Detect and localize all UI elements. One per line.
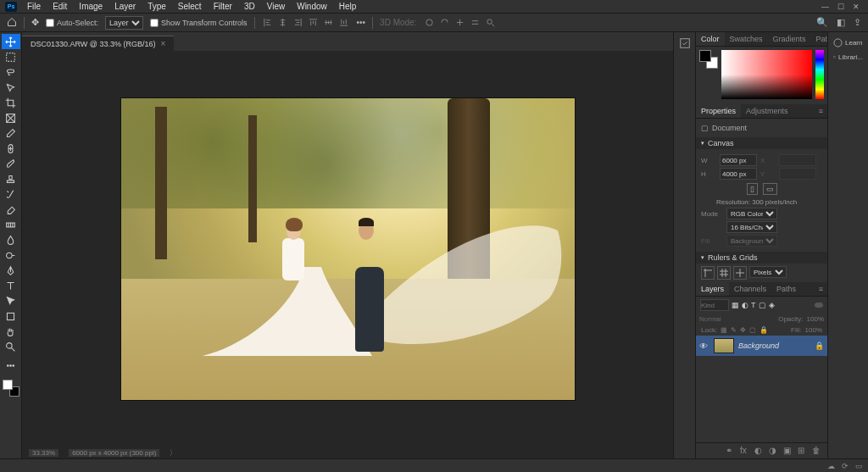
lasso-tool[interactable] (2, 64, 20, 80)
fill-opacity-value[interactable]: 100% (805, 326, 822, 334)
filter-toggle[interactable] (815, 303, 823, 308)
path-select-tool[interactable] (2, 293, 20, 308)
filter-smart-icon[interactable]: ◈ (769, 301, 775, 309)
zoom-level[interactable]: 33.33% (29, 449, 58, 457)
tab-adjustments[interactable]: Adjustments (741, 104, 793, 118)
ruler-units-dropdown[interactable]: Pixels (749, 266, 787, 278)
menu-window[interactable]: Window (292, 1, 332, 12)
move-tool[interactable] (2, 34, 20, 49)
tab-properties[interactable]: Properties (696, 104, 741, 118)
filter-pixel-icon[interactable]: ▦ (732, 301, 739, 309)
filter-adjust-icon[interactable]: ◐ (742, 301, 748, 309)
layer-style-icon[interactable]: fx (740, 446, 750, 456)
menu-file[interactable]: File (22, 1, 46, 12)
menu-filter[interactable]: Filter (209, 1, 237, 12)
document-tab[interactable]: DSC01330.ARW @ 33.3% (RGB/16) × (22, 36, 174, 51)
auto-select-checkbox[interactable]: Auto-Select: (46, 19, 98, 27)
brush-tool[interactable] (2, 156, 20, 171)
align-bottom-icon[interactable] (338, 17, 350, 29)
tab-paths[interactable]: Paths (771, 282, 801, 296)
x-input[interactable] (779, 154, 816, 166)
3d-orbit-icon[interactable] (423, 17, 435, 29)
shape-tool[interactable] (2, 308, 20, 324)
rulers-section-header[interactable]: Rulers & Grids (696, 252, 827, 264)
delete-layer-icon[interactable]: 🗑 (812, 446, 822, 456)
quick-select-tool[interactable] (2, 80, 20, 95)
width-input[interactable] (720, 154, 757, 166)
3d-slide-icon[interactable] (469, 17, 481, 29)
visibility-icon[interactable]: 👁 (699, 342, 709, 351)
3d-roll-icon[interactable] (438, 17, 450, 29)
tab-swatches[interactable]: Swatches (725, 32, 768, 46)
dodge-tool[interactable] (2, 247, 20, 263)
minimize-icon[interactable]: — (821, 3, 829, 11)
workspace-icon[interactable]: ◧ (837, 17, 845, 28)
menu-edit[interactable]: Edit (47, 1, 72, 12)
panel-menu-icon[interactable]: ≡ (815, 104, 827, 118)
zoom-tool[interactable] (2, 339, 20, 354)
auto-select-dropdown[interactable]: Layer (105, 16, 143, 30)
grid-icon[interactable] (717, 266, 731, 280)
color-panel-swatch[interactable] (699, 50, 718, 69)
landscape-icon[interactable]: ▭ (763, 183, 777, 195)
status-arrow-icon[interactable]: 〉 (170, 448, 176, 458)
lock-artboard-icon[interactable]: ▢ (749, 326, 756, 334)
crop-tool[interactable] (2, 95, 20, 110)
filter-shape-icon[interactable]: ▢ (759, 301, 766, 309)
tab-layers[interactable]: Layers (696, 282, 729, 296)
lock-position-icon[interactable]: ✥ (740, 326, 746, 334)
share-icon[interactable]: ⇪ (854, 17, 861, 28)
maximize-icon[interactable]: ☐ (837, 3, 844, 11)
color-swatches[interactable] (3, 380, 19, 397)
menu-3d[interactable]: 3D (239, 1, 260, 12)
3d-zoom-icon[interactable] (484, 17, 496, 29)
layer-filter-input[interactable] (700, 299, 729, 311)
canvas[interactable] (22, 51, 673, 447)
link-layers-icon[interactable]: ⚭ (726, 446, 736, 456)
hue-slider[interactable] (815, 50, 824, 99)
home-icon[interactable] (7, 17, 17, 29)
panel-menu-icon[interactable]: ≡ (815, 282, 827, 296)
footer-sync-icon[interactable]: ⟳ (842, 462, 849, 470)
opacity-value[interactable]: 100% (807, 315, 824, 323)
color-mode-dropdown[interactable]: RGB Color (726, 208, 777, 219)
eyedropper-tool[interactable] (2, 125, 20, 141)
lock-paint-icon[interactable]: ✎ (731, 326, 737, 334)
more-icon[interactable]: ••• (357, 18, 366, 27)
3d-pan-icon[interactable] (453, 17, 465, 29)
bit-depth-dropdown[interactable]: 16 Bits/Channel (726, 221, 777, 233)
color-picker-field[interactable] (721, 50, 812, 99)
frame-tool[interactable] (2, 110, 20, 125)
type-tool[interactable] (2, 278, 20, 293)
layer-name[interactable]: Background (738, 342, 810, 350)
align-left-icon[interactable] (262, 17, 274, 29)
search-icon[interactable]: 🔍 (816, 17, 828, 28)
edit-toolbar-icon[interactable] (2, 358, 20, 373)
group-icon[interactable]: ▣ (783, 446, 793, 456)
portrait-icon[interactable]: ▯ (747, 183, 758, 195)
menu-select[interactable]: Select (173, 1, 207, 12)
fill-dropdown[interactable]: Background Color (726, 235, 777, 247)
foreground-color-swatch[interactable] (3, 380, 13, 390)
doc-info[interactable]: 6000 px x 4000 px (300 ppi) (69, 449, 159, 457)
menu-help[interactable]: Help (334, 1, 362, 12)
learn-button[interactable]: Learn (832, 36, 865, 50)
history-brush-tool[interactable] (2, 186, 20, 202)
pen-tool[interactable] (2, 263, 20, 278)
layer-thumbnail[interactable] (714, 338, 734, 353)
guides-icon[interactable] (733, 266, 747, 280)
tab-close-icon[interactable]: × (161, 39, 166, 48)
healing-tool[interactable] (2, 141, 20, 156)
libraries-button[interactable]: Librari... (832, 50, 865, 64)
tab-color[interactable]: Color (696, 32, 725, 46)
tab-gradients[interactable]: Gradients (768, 32, 811, 46)
eraser-tool[interactable] (2, 202, 20, 217)
blend-mode-dropdown[interactable]: Normal (699, 315, 721, 323)
close-icon[interactable]: ✕ (853, 3, 860, 11)
height-input[interactable] (720, 168, 757, 180)
align-center-h-icon[interactable] (277, 17, 289, 29)
menu-type[interactable]: Type (142, 1, 171, 12)
lock-transparent-icon[interactable]: ▦ (721, 326, 727, 334)
menu-view[interactable]: View (262, 1, 291, 12)
marquee-tool[interactable] (2, 49, 20, 64)
